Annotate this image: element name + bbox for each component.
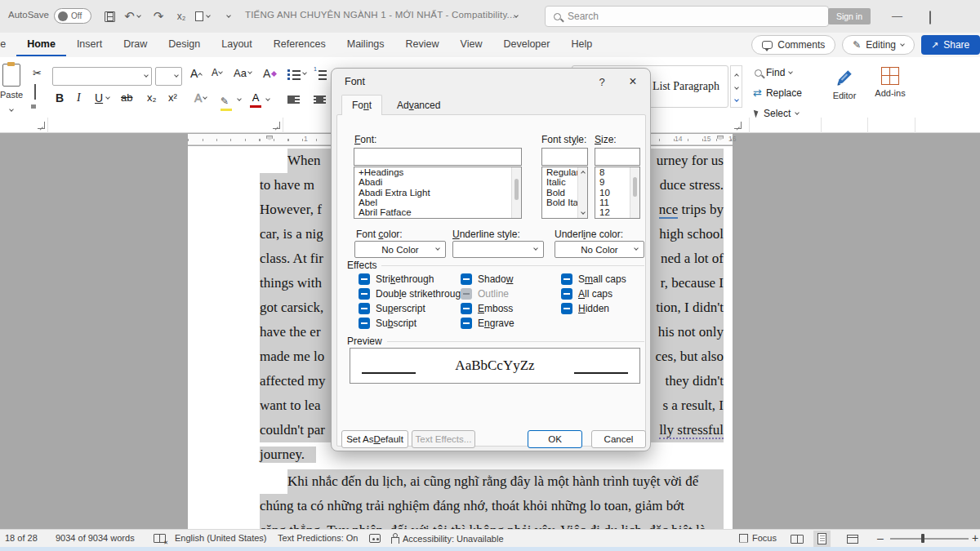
font-color-dropdown[interactable]: No Color bbox=[354, 241, 446, 258]
cancel-button[interactable]: Cancel bbox=[591, 430, 646, 448]
checkbox-double-strikethrough[interactable]: Double strikethrough bbox=[359, 288, 466, 300]
tab-design[interactable]: Design bbox=[158, 33, 211, 56]
addins-button[interactable]: Add-ins bbox=[871, 67, 910, 98]
chevron-down-icon[interactable] bbox=[105, 95, 110, 100]
language-status[interactable]: English (United States) bbox=[175, 533, 267, 543]
ok-button[interactable]: OK bbox=[528, 430, 582, 448]
subscript-qat-button[interactable]: x₂ bbox=[172, 7, 191, 26]
sign-in-button[interactable]: Sign in bbox=[828, 8, 871, 24]
title-dropdown-button[interactable] bbox=[506, 7, 526, 26]
superscript-button[interactable]: x² bbox=[168, 91, 177, 104]
qat-overflow-button[interactable] bbox=[219, 7, 238, 26]
font-name-combobox[interactable] bbox=[52, 67, 152, 86]
zoom-slider-track[interactable] bbox=[890, 538, 969, 540]
shrink-font-button[interactable]: A bbox=[212, 67, 222, 78]
tab-view[interactable]: View bbox=[450, 33, 493, 56]
zoom-slider-handle[interactable] bbox=[921, 534, 924, 543]
size-list[interactable]: 8 9 10 11 12 bbox=[595, 167, 640, 219]
minimize-button[interactable]: — bbox=[892, 10, 902, 22]
strikethrough-button[interactable]: ab bbox=[121, 91, 132, 104]
text-predictions-icon[interactable] bbox=[369, 534, 381, 543]
italic-button[interactable]: I bbox=[77, 91, 81, 104]
print-layout-button[interactable] bbox=[813, 531, 831, 547]
checkbox-hidden[interactable]: Hidden bbox=[561, 303, 609, 314]
bold-button[interactable]: B bbox=[56, 91, 64, 104]
tab-insert[interactable]: Insert bbox=[66, 33, 113, 56]
underline-color-dropdown[interactable]: No Color bbox=[555, 241, 644, 258]
select-button[interactable]: Select bbox=[755, 108, 799, 119]
replace-button[interactable]: Replace bbox=[753, 87, 802, 99]
web-layout-button[interactable] bbox=[843, 531, 862, 547]
change-case-button[interactable]: Aa bbox=[234, 67, 252, 79]
checkbox-strikethrough[interactable]: Strikethrough bbox=[359, 273, 434, 285]
font-list-item[interactable]: Abadi Extra Light bbox=[354, 188, 521, 198]
font-name-input[interactable] bbox=[354, 148, 522, 166]
tab-developer[interactable]: Developer bbox=[492, 33, 560, 56]
editor-button[interactable]: Editor bbox=[826, 67, 862, 100]
checkbox-emboss[interactable]: Emboss bbox=[461, 303, 513, 314]
font-style-input[interactable] bbox=[541, 148, 588, 166]
font-size-combobox[interactable] bbox=[155, 67, 182, 86]
proofing-status-icon[interactable] bbox=[154, 534, 166, 543]
paste-button[interactable]: Paste bbox=[0, 64, 28, 114]
autosave-toggle[interactable]: Off bbox=[54, 8, 91, 24]
underline-style-dropdown[interactable] bbox=[452, 241, 544, 258]
styles-gallery-scroll[interactable] bbox=[730, 65, 742, 108]
tab-font[interactable]: Font bbox=[341, 95, 382, 115]
zoom-in-button[interactable]: + bbox=[972, 531, 978, 544]
underline-button[interactable]: U bbox=[95, 91, 103, 104]
font-list-item[interactable]: +Headings bbox=[354, 167, 521, 177]
paste-special-qat-button[interactable] bbox=[193, 7, 212, 26]
copy-button[interactable] bbox=[34, 85, 36, 100]
checkbox-engrave[interactable]: Engrave bbox=[461, 318, 514, 329]
cut-button[interactable]: ✂ bbox=[33, 67, 42, 79]
restore-button[interactable] bbox=[929, 11, 931, 24]
size-list-scrollbar[interactable] bbox=[630, 167, 639, 218]
checkbox-all-caps[interactable]: All caps bbox=[561, 288, 612, 300]
subscript-button[interactable]: x₂ bbox=[147, 91, 157, 104]
font-style-list[interactable]: Regular Italic Bold Bold Italic bbox=[541, 167, 588, 219]
tab-home[interactable]: Home bbox=[16, 33, 66, 56]
font-list-item[interactable]: Abel bbox=[354, 198, 521, 207]
find-button[interactable]: Find bbox=[755, 67, 792, 78]
undo-button[interactable]: ↶ bbox=[122, 7, 142, 26]
checkbox-subscript[interactable]: Subscript bbox=[359, 318, 416, 329]
font-list-item[interactable]: Abril Fatface bbox=[354, 207, 521, 217]
tab-advanced[interactable]: Advanced bbox=[387, 95, 450, 115]
clear-formatting-button[interactable]: A bbox=[263, 67, 276, 80]
focus-mode-button[interactable]: Focus bbox=[739, 533, 777, 543]
highlight-button[interactable] bbox=[220, 93, 232, 111]
doc-line-vietnamese[interactable]: chúng ta có những trải nghiệm đáng nhớ, … bbox=[260, 494, 724, 518]
word-count[interactable]: 9034 of 9034 words bbox=[56, 533, 135, 543]
clipboard-dialog-launcher[interactable] bbox=[38, 122, 45, 129]
tab-layout[interactable]: Layout bbox=[211, 33, 263, 56]
tab-file[interactable]: File bbox=[0, 33, 16, 56]
redo-button[interactable]: ↷ bbox=[149, 7, 168, 26]
dialog-close-button[interactable]: × bbox=[622, 73, 644, 90]
styles-dialog-launcher[interactable] bbox=[734, 122, 742, 129]
text-effects-button[interactable]: A bbox=[194, 91, 207, 104]
style-item-list-paragraph[interactable]: List Paragraph bbox=[653, 80, 719, 93]
share-button[interactable]: Share bbox=[921, 35, 980, 55]
save-button[interactable] bbox=[100, 7, 119, 26]
grow-font-button[interactable]: A bbox=[190, 67, 202, 80]
chevron-down-icon[interactable] bbox=[237, 96, 242, 101]
chevron-down-icon[interactable] bbox=[265, 96, 270, 101]
tab-references[interactable]: References bbox=[263, 33, 336, 56]
page-indicator[interactable]: 18 of 28 bbox=[5, 533, 38, 543]
tab-mailings[interactable]: Mailings bbox=[336, 33, 395, 56]
size-input[interactable] bbox=[595, 148, 640, 166]
accessibility-status[interactable]: Accessibility: Unavailable bbox=[390, 533, 504, 544]
font-dialog-launcher[interactable] bbox=[273, 122, 280, 129]
tab-draw[interactable]: Draw bbox=[113, 33, 158, 56]
checkbox-shadow[interactable]: Shadow bbox=[461, 273, 513, 285]
dialog-help-button[interactable]: ? bbox=[591, 73, 612, 90]
set-as-default-button[interactable]: Set As Default bbox=[341, 430, 408, 448]
font-list-item[interactable]: Abadi bbox=[354, 177, 521, 187]
zoom-out-button[interactable]: – bbox=[877, 531, 884, 544]
comments-button[interactable]: Comments bbox=[751, 35, 835, 55]
tab-review[interactable]: Review bbox=[395, 33, 450, 56]
search-input[interactable]: Search bbox=[545, 6, 829, 27]
doc-line-vietnamese[interactable]: Khi nhắc đến du lịch, ai cũng nghĩ rằng … bbox=[287, 469, 724, 494]
read-mode-button[interactable] bbox=[786, 531, 808, 547]
